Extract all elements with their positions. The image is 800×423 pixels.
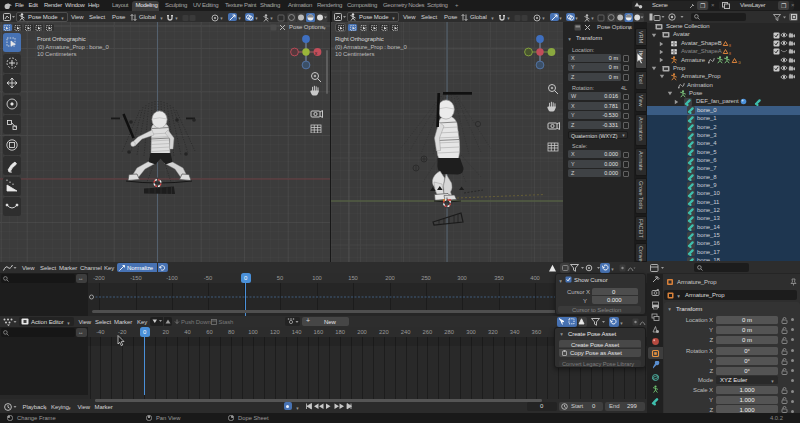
svg-text:8: 8 — [729, 44, 731, 48]
svg-text:8: 8 — [729, 52, 731, 56]
svg-text:16: 16 — [738, 60, 741, 64]
